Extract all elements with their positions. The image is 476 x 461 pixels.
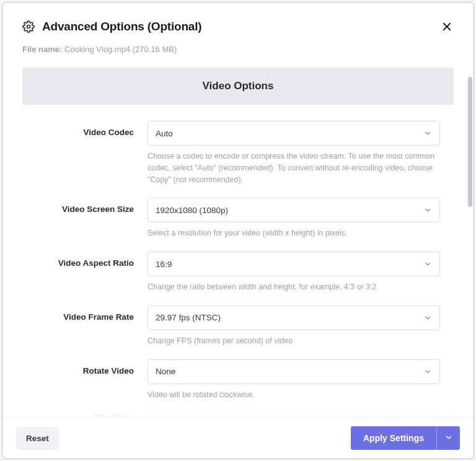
field-video-codec: Video Codec Auto Choose a codec to encod…	[36, 121, 440, 185]
options-panel: Video Codec Auto Choose a codec to encod…	[2, 105, 474, 417]
section-header-video-options: Video Options	[22, 68, 454, 105]
select-video-aspect-ratio[interactable]: 16:9	[148, 252, 440, 276]
select-value: 29.97 fps (NTSC)	[156, 313, 221, 322]
label-video-codec: Video Codec	[36, 121, 148, 146]
chevron-down-icon	[423, 206, 432, 214]
dialog-footer: Reset Apply Settings	[2, 417, 474, 459]
close-button[interactable]	[440, 20, 454, 33]
advanced-options-dialog: Advanced Options (Optional) File name: C…	[2, 2, 474, 459]
select-value: No change	[156, 415, 196, 417]
dialog-title: Advanced Options (Optional)	[42, 20, 440, 33]
field-video-screen-size: Video Screen Size 1920x1080 (1080p) Sele…	[36, 198, 440, 239]
apply-settings-dropdown[interactable]	[436, 426, 460, 450]
file-name-value: Cooking Vlog.mp4 (270.16 MB)	[64, 45, 177, 54]
label-flip-video: Flip Video	[36, 413, 148, 417]
label-rotate-video: Rotate Video	[36, 359, 148, 384]
field-video-frame-rate: Video Frame Rate 29.97 fps (NTSC) Change…	[36, 305, 440, 347]
select-video-frame-rate[interactable]: 29.97 fps (NTSC)	[148, 305, 440, 330]
chevron-down-icon	[423, 129, 432, 138]
file-name-label: File name:	[22, 45, 62, 54]
svg-point-0	[27, 25, 30, 29]
hint-rotate-video: Video will be rotated clockwise.	[148, 389, 440, 401]
chevron-down-icon	[423, 314, 432, 322]
select-flip-video[interactable]: No change	[148, 413, 440, 417]
select-value: 1920x1080 (1080p)	[156, 206, 228, 215]
chevron-down-icon	[444, 433, 453, 444]
file-info: File name: Cooking Vlog.mp4 (270.16 MB)	[2, 33, 474, 54]
gear-icon	[22, 20, 35, 33]
chevron-down-icon	[423, 260, 432, 268]
select-rotate-video[interactable]: None	[148, 359, 440, 384]
select-video-codec[interactable]: Auto	[148, 121, 440, 146]
field-video-aspect-ratio: Video Aspect Ratio 16:9 Change the ratio…	[36, 252, 440, 293]
dialog-header: Advanced Options (Optional)	[2, 2, 474, 33]
apply-button-group: Apply Settings	[351, 426, 460, 450]
select-video-screen-size[interactable]: 1920x1080 (1080p)	[148, 198, 440, 222]
apply-settings-button[interactable]: Apply Settings	[351, 426, 436, 450]
hint-video-aspect-ratio: Change the ratio between width and heigh…	[148, 281, 440, 293]
select-value: Auto	[156, 129, 173, 138]
field-flip-video: Flip Video No change	[36, 413, 440, 417]
chevron-down-icon	[423, 415, 432, 417]
hint-video-frame-rate: Change FPS (frames per second) of video	[148, 335, 440, 347]
hint-video-codec: Choose a codec to encode or compress the…	[148, 151, 440, 185]
label-video-frame-rate: Video Frame Rate	[36, 305, 148, 330]
hint-video-screen-size: Select a resolution for your video (widt…	[148, 227, 440, 239]
select-value: 16:9	[156, 260, 172, 269]
reset-button[interactable]: Reset	[16, 427, 59, 450]
chevron-down-icon	[423, 367, 432, 376]
field-rotate-video: Rotate Video None Video will be rotated …	[36, 359, 440, 401]
label-video-screen-size: Video Screen Size	[36, 198, 148, 222]
label-video-aspect-ratio: Video Aspect Ratio	[36, 252, 148, 276]
select-value: None	[156, 367, 175, 376]
